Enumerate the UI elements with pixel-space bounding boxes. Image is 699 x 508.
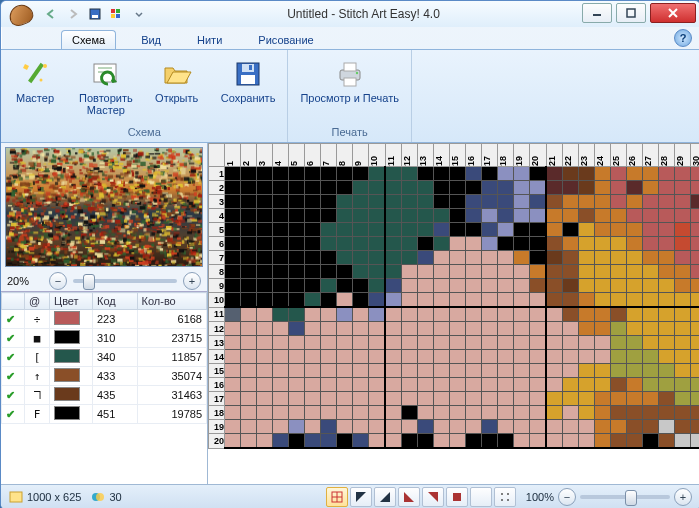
grid-cell[interactable] [418, 293, 434, 308]
grid-cell[interactable] [273, 279, 289, 293]
grid-cell[interactable] [418, 420, 434, 434]
tool-tri1-icon[interactable] [350, 487, 372, 507]
grid-cell[interactable] [385, 392, 402, 406]
grid-cell[interactable] [402, 237, 418, 251]
grid-cell[interactable] [659, 279, 675, 293]
grid-cell[interactable] [675, 251, 691, 265]
grid-cell[interactable] [337, 265, 353, 279]
grid-cell[interactable] [257, 293, 273, 308]
grid-cell[interactable] [611, 279, 627, 293]
grid-cell[interactable] [691, 195, 700, 209]
grid-cell[interactable] [466, 406, 482, 420]
grid-cell[interactable] [546, 364, 563, 378]
grid-cell[interactable] [402, 364, 418, 378]
grid-cell[interactable] [369, 406, 386, 420]
grid-cell[interactable] [627, 265, 643, 279]
grid-cell[interactable] [450, 420, 466, 434]
grid-cell[interactable] [514, 350, 530, 364]
grid-cell[interactable] [369, 167, 386, 181]
grid-cell[interactable] [402, 195, 418, 209]
grid-cell[interactable] [530, 237, 547, 251]
grid-cell[interactable] [289, 378, 305, 392]
grid-cell[interactable] [643, 251, 659, 265]
grid-cell[interactable] [321, 223, 337, 237]
grid-cell[interactable] [675, 336, 691, 350]
grid-cell[interactable] [289, 392, 305, 406]
grid-cell[interactable] [659, 350, 675, 364]
tool-grid-icon[interactable] [326, 487, 348, 507]
grid-cell[interactable] [369, 364, 386, 378]
grid-cell[interactable] [659, 307, 675, 322]
grid-cell[interactable] [466, 237, 482, 251]
grid-cell[interactable] [369, 392, 386, 406]
grid-cell[interactable] [353, 378, 369, 392]
grid-cell[interactable] [530, 364, 547, 378]
grid-cell[interactable] [659, 167, 675, 181]
grid-cell[interactable] [305, 167, 321, 181]
grid-cell[interactable] [530, 293, 547, 308]
ribbon-btn-print[interactable]: Просмотр и Печать [294, 56, 405, 106]
grid-cell[interactable] [595, 181, 611, 195]
grid-cell[interactable] [225, 265, 241, 279]
grid-cell[interactable] [241, 251, 257, 265]
grid-cell[interactable] [418, 237, 434, 251]
grid-cell[interactable] [305, 406, 321, 420]
grid-cell[interactable] [450, 392, 466, 406]
grid-cell[interactable] [627, 336, 643, 350]
grid-cell[interactable] [257, 378, 273, 392]
grid-cell[interactable] [369, 195, 386, 209]
grid-cell[interactable] [611, 420, 627, 434]
grid-cell[interactable] [498, 223, 514, 237]
grid-cell[interactable] [643, 322, 659, 336]
grid-cell[interactable] [530, 265, 547, 279]
grid-cell[interactable] [563, 307, 579, 322]
check-icon[interactable]: ✔ [2, 329, 25, 348]
grid-cell[interactable] [643, 293, 659, 308]
grid-cell[interactable] [514, 195, 530, 209]
grid-cell[interactable] [530, 350, 547, 364]
grid-cell[interactable] [337, 195, 353, 209]
grid-cell[interactable] [643, 209, 659, 223]
grid-cell[interactable] [321, 406, 337, 420]
grid-cell[interactable] [611, 293, 627, 308]
grid-cell[interactable] [595, 420, 611, 434]
grid-cell[interactable] [546, 279, 563, 293]
grid-cell[interactable] [563, 392, 579, 406]
grid-cell[interactable] [691, 406, 700, 420]
grid-cell[interactable] [225, 279, 241, 293]
grid-cell[interactable] [659, 293, 675, 308]
grid-cell[interactable] [385, 251, 402, 265]
grid-cell[interactable] [257, 237, 273, 251]
grid-cell[interactable] [498, 307, 514, 322]
grid-cell[interactable] [273, 434, 289, 449]
grid-cell[interactable] [675, 195, 691, 209]
grid-cell[interactable] [434, 181, 450, 195]
grid-cell[interactable] [257, 434, 273, 449]
grid-cell[interactable] [321, 350, 337, 364]
grid-cell[interactable] [611, 364, 627, 378]
grid-cell[interactable] [241, 406, 257, 420]
grid-cell[interactable] [434, 364, 450, 378]
check-icon[interactable]: ✔ [2, 348, 25, 367]
grid-cell[interactable] [579, 364, 595, 378]
grid-cell[interactable] [434, 293, 450, 308]
grid-cell[interactable] [595, 251, 611, 265]
grid-cell[interactable] [675, 223, 691, 237]
grid-cell[interactable] [611, 307, 627, 322]
grid-cell[interactable] [353, 195, 369, 209]
grid-cell[interactable] [498, 322, 514, 336]
grid-cell[interactable] [418, 279, 434, 293]
grid-cell[interactable] [675, 265, 691, 279]
grid-cell[interactable] [611, 350, 627, 364]
grid-cell[interactable] [402, 265, 418, 279]
grid-cell[interactable] [418, 378, 434, 392]
grid-cell[interactable] [321, 279, 337, 293]
grid-cell[interactable] [402, 251, 418, 265]
grid-cell[interactable] [273, 392, 289, 406]
grid-cell[interactable] [498, 420, 514, 434]
tab-1[interactable]: Вид [130, 30, 172, 49]
grid-cell[interactable] [563, 223, 579, 237]
thread-row[interactable]: ✔ヿ43531463 [2, 386, 207, 405]
grid-cell[interactable] [643, 350, 659, 364]
grid-cell[interactable] [337, 350, 353, 364]
